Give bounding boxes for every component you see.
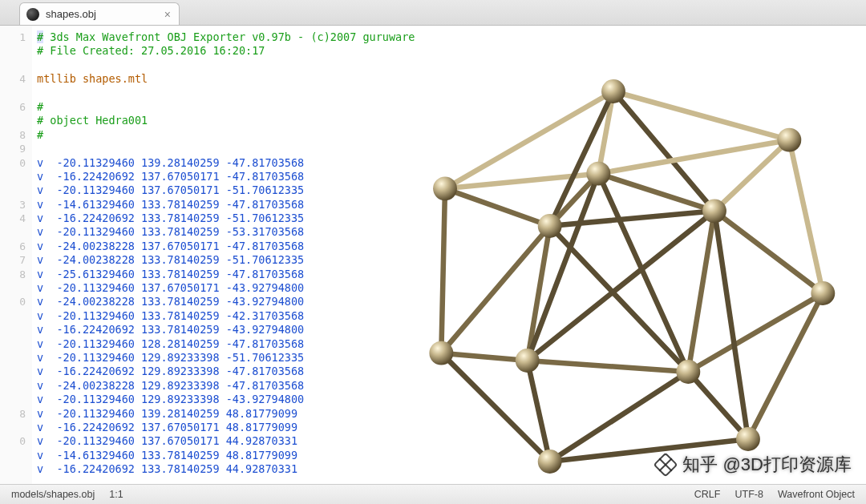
- line-number: [0, 114, 26, 127]
- line-number: [0, 337, 26, 351]
- close-icon[interactable]: ×: [164, 9, 171, 20]
- line-number: 6: [0, 240, 26, 253]
- line-number: [0, 170, 26, 183]
- code-content[interactable]: # 3ds Max Wavefront OBJ Exporter v0.97b …: [32, 26, 866, 484]
- code-line: v -20.11329460 133.78140259 -42.31703568: [37, 309, 866, 323]
- line-number: 8: [0, 407, 26, 421]
- tab-title: shapes.obj: [46, 8, 96, 20]
- code-line: v -20.11329460 137.67050171 -43.92794800: [37, 281, 866, 295]
- code-line: v -24.00238228 129.89233398 -47.81703568: [37, 379, 866, 393]
- line-number: [0, 365, 26, 378]
- line-number: 4: [0, 72, 26, 86]
- status-eol[interactable]: CRLF: [694, 489, 721, 500]
- line-number: 9: [0, 142, 26, 155]
- line-number: [0, 225, 26, 239]
- code-line: v -24.00238228 133.78140259 -43.92794800: [37, 295, 866, 308]
- line-number: 8: [0, 128, 26, 142]
- line-number: [0, 58, 26, 72]
- line-number: 1: [0, 30, 26, 44]
- line-number: [0, 323, 26, 337]
- code-line: v -20.11329460 133.78140259 -53.31703568: [37, 225, 866, 239]
- line-number: 0: [0, 434, 26, 448]
- line-number: [0, 421, 26, 434]
- line-number: [0, 449, 26, 462]
- line-number-gutter: 14689034678080: [0, 26, 32, 484]
- code-line: v -14.61329460 133.78140259 -47.81703568: [37, 198, 866, 212]
- editor-window: shapes.obj × 14689034678080 # 3ds Max Wa…: [0, 0, 866, 504]
- code-line: v -25.61329460 133.78140259 -47.81703568: [37, 268, 866, 281]
- line-number: 0: [0, 156, 26, 170]
- status-cursor-pos: 1:1: [109, 489, 123, 500]
- watermark: 知乎 @3D打印资源库: [657, 453, 852, 477]
- code-line: mtllib shapes.mtl: [37, 72, 866, 86]
- code-line: [37, 142, 866, 155]
- line-number: [0, 379, 26, 393]
- line-number: [0, 309, 26, 323]
- line-number: [0, 351, 26, 365]
- code-line: v -16.22420692 137.67050171 -47.81703568: [37, 170, 866, 183]
- line-number: 6: [0, 100, 26, 114]
- status-filepath: models/shapes.obj: [11, 489, 95, 500]
- watermark-text: 知乎 @3D打印资源库: [682, 454, 852, 474]
- line-number: [0, 87, 26, 100]
- code-line: v -20.11329460 139.28140259 -47.81703568: [37, 156, 866, 170]
- line-number: [0, 183, 26, 197]
- tab-bar: shapes.obj ×: [0, 0, 866, 26]
- code-line: # File Created: 27.05.2016 16:20:17: [37, 44, 866, 58]
- code-line: v -16.22420692 137.67050171 48.81779099: [37, 421, 866, 434]
- line-number: [0, 393, 26, 406]
- editor-area: 14689034678080 # 3ds Max Wavefront OBJ E…: [0, 26, 866, 484]
- code-line: v -24.00238228 133.78140259 -51.70612335: [37, 253, 866, 267]
- line-number: 3: [0, 198, 26, 212]
- code-line: v -20.11329460 137.67050171 44.92870331: [37, 434, 866, 448]
- zhihu-icon: [654, 452, 678, 477]
- status-encoding[interactable]: UTF-8: [734, 489, 763, 500]
- line-number: [0, 44, 26, 58]
- line-number: 8: [0, 268, 26, 281]
- code-line: [37, 58, 866, 72]
- code-line: #: [37, 128, 866, 142]
- file-icon: [26, 8, 39, 21]
- code-line: v -24.00238228 137.67050171 -47.81703568: [37, 240, 866, 253]
- tab-shapes-obj[interactable]: shapes.obj ×: [19, 2, 180, 25]
- line-number: [0, 281, 26, 295]
- code-line: v -20.11329460 137.67050171 -51.70612335: [37, 183, 866, 197]
- code-line: # object Hedra001: [37, 114, 866, 127]
- code-line: v -16.22420692 133.78140259 -43.92794800: [37, 323, 866, 337]
- line-number: 0: [0, 295, 26, 308]
- code-line: v -20.11329460 129.89233398 -51.70612335: [37, 351, 866, 365]
- code-line: v -20.11329460 129.89233398 -43.92794800: [37, 393, 866, 406]
- code-line: [37, 87, 866, 100]
- line-number: 4: [0, 212, 26, 225]
- code-line: v -16.22420692 129.89233398 -47.81703568: [37, 365, 866, 378]
- code-line: # 3ds Max Wavefront OBJ Exporter v0.97b …: [37, 30, 866, 44]
- code-line: v -20.11329460 128.28140259 -47.81703568: [37, 337, 866, 351]
- status-bar: models/shapes.obj 1:1 CRLF UTF-8 Wavefro…: [0, 484, 866, 504]
- code-line: v -20.11329460 139.28140259 48.81779099: [37, 407, 866, 421]
- status-language[interactable]: Wavefront Object: [778, 489, 855, 500]
- code-line: v -16.22420692 133.78140259 -51.70612335: [37, 212, 866, 225]
- code-line: #: [37, 100, 866, 114]
- line-number: 7: [0, 253, 26, 267]
